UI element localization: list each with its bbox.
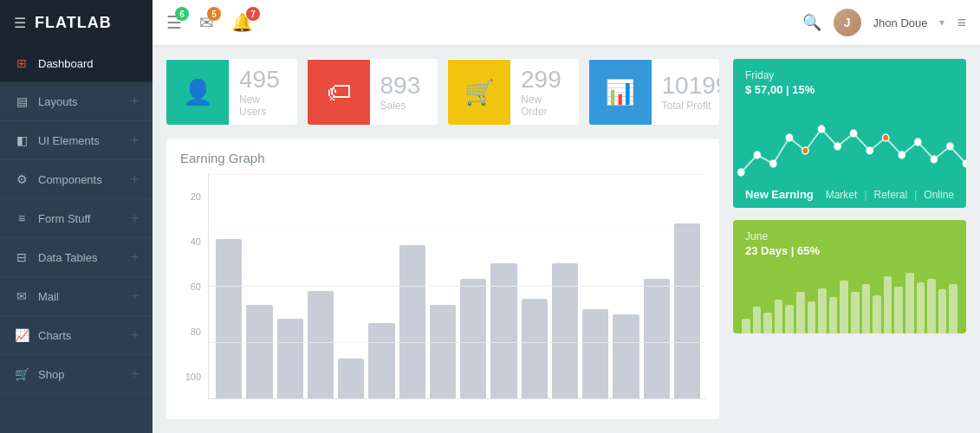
sidebar-header: ☰ FLATLAB [0, 0, 153, 45]
topbar-left: ☰ 6 ✉ 5 🔔 7 [166, 12, 253, 33]
bar-1 [246, 305, 272, 398]
sidebar-item-dashboard[interactable]: ⊞ Dashboard [0, 45, 153, 82]
sidebar-item-data-tables[interactable]: ⊟ Data Tables + [0, 238, 153, 277]
sidebar-plus-5[interactable]: + [131, 249, 139, 265]
stat-label-3: Total Profit [662, 100, 720, 112]
brand-name-part1: FLAT [35, 14, 77, 31]
svg-point-1 [754, 152, 760, 158]
online-link[interactable]: Online [924, 189, 954, 201]
sidebar-plus-7[interactable]: + [131, 327, 139, 343]
avatar: J [834, 9, 861, 36]
mini-bar-5 [796, 292, 805, 333]
mini-bar-4 [785, 305, 794, 333]
sidebar-label-0: Dashboard [38, 57, 94, 70]
svg-point-3 [786, 134, 792, 141]
sidebar-item-form-stuff[interactable]: ≡ Form Stuff + [0, 199, 153, 238]
sidebar-nav: ⊞ Dashboard ▤ Layouts + ◧ UI Elements + … [0, 45, 153, 433]
yaxis-label: 40 [180, 236, 201, 247]
mini-bar-16 [917, 282, 925, 334]
bar-9 [490, 263, 516, 398]
sidebar-plus-1[interactable]: + [131, 94, 139, 109]
content-area: 👤 495 New Users 🏷 893 Sales 🛒 299 New Or… [153, 45, 980, 433]
line-chart-svg [733, 103, 966, 181]
stat-card-new-order: 🛒 299 New Order [448, 59, 579, 125]
sidebar-icon-0: ⊞ [14, 56, 29, 70]
bar-0 [216, 239, 242, 398]
yaxis-label: 20 [180, 191, 201, 202]
sidebar-label-6: Mail [38, 290, 59, 303]
topbar-bell-icon-wrap[interactable]: 🔔 7 [231, 12, 253, 33]
sidebar-icon-8: 🛒 [14, 367, 29, 381]
mini-bar-1 [753, 307, 762, 333]
mini-bar-13 [884, 276, 892, 333]
topbar-menu-lines-icon-wrap[interactable]: ☰ 6 [166, 12, 182, 33]
yaxis-label: 60 [180, 281, 201, 292]
content-right: Friday $ 57,00 | 15% New Earning Market … [733, 59, 966, 419]
stat-info-0: 495 New Users [229, 59, 297, 125]
svg-point-14 [963, 160, 966, 167]
growth-panel: June 23 Days | 65% [733, 220, 966, 333]
bar-chart-inner [208, 174, 705, 399]
stat-info-1: 893 Sales [370, 65, 432, 119]
bar-2 [277, 319, 303, 398]
mini-bar-15 [905, 273, 914, 333]
stat-card-total-profit: 📊 10199 Total Profit [589, 59, 720, 125]
yaxis-label: 80 [180, 326, 201, 337]
svg-point-12 [931, 156, 937, 163]
mini-bar-3 [775, 300, 783, 333]
sidebar-label-5: Data Tables [38, 251, 97, 264]
stat-icon-1: 🏷 [308, 60, 370, 125]
sidebar-item-charts[interactable]: 📈 Charts + [0, 316, 153, 355]
market-link[interactable]: Market [826, 189, 858, 201]
earning-footer-links: Market | Referal | Online [826, 189, 954, 201]
topbar-right-menu-icon[interactable]: ≡ [957, 14, 966, 32]
sidebar-plus-3[interactable]: + [131, 171, 139, 187]
main-content: ☰ 6 ✉ 5 🔔 7 🔍 J Jhon Doue ▾ ≡ 👤 495 New … [153, 0, 980, 433]
svg-point-6 [834, 143, 840, 150]
sidebar-icon-6: ✉ [14, 289, 29, 303]
user-dropdown-icon[interactable]: ▾ [939, 16, 944, 29]
sidebar-plus-6[interactable]: + [131, 288, 139, 304]
bar-12 [582, 309, 608, 399]
mini-bar-8 [829, 297, 838, 333]
sidebar-item-components[interactable]: ⚙ Components + [0, 160, 153, 199]
stat-card-sales: 🏷 893 Sales [308, 59, 438, 125]
topbar-envelope-icon-wrap[interactable]: ✉ 5 [199, 12, 214, 33]
mini-bar-9 [840, 281, 848, 333]
sidebar-item-ui-elements[interactable]: ◧ UI Elements + [0, 121, 153, 160]
earning-graph-title: Earning Graph [180, 151, 705, 165]
sidebar-icon-2: ◧ [14, 133, 29, 147]
earning-panel: Friday $ 57,00 | 15% New Earning Market … [733, 59, 966, 208]
topbar-right: 🔍 J Jhon Doue ▾ ≡ [802, 9, 966, 36]
mini-bar-6 [808, 301, 816, 333]
search-icon[interactable]: 🔍 [802, 13, 821, 32]
sidebar: ☰ FLATLAB ⊞ Dashboard ▤ Layouts + ◧ UI E… [0, 0, 153, 433]
user-name[interactable]: Jhon Doue [873, 16, 928, 29]
sidebar-item-layouts[interactable]: ▤ Layouts + [0, 82, 153, 121]
svg-point-8 [866, 147, 873, 154]
stat-card-new-users: 👤 495 New Users [166, 59, 297, 125]
sidebar-plus-2[interactable]: + [131, 132, 139, 148]
sep1: | [864, 189, 866, 201]
sidebar-item-shop[interactable]: 🛒 Shop + [0, 355, 153, 394]
sidebar-label-4: Form Stuff [38, 212, 90, 225]
sidebar-plus-8[interactable]: + [131, 366, 139, 382]
referal-link[interactable]: Referal [874, 189, 908, 201]
earning-line-chart [733, 103, 966, 181]
stat-label-2: New Order [521, 94, 568, 118]
mini-bar-chart [733, 264, 966, 333]
sidebar-label-1: Layouts [38, 95, 78, 108]
sidebar-icon-3: ⚙ [14, 172, 29, 186]
sep2: | [914, 189, 917, 201]
sidebar-item-mail[interactable]: ✉ Mail + [0, 277, 153, 316]
sidebar-icon-1: ▤ [14, 94, 29, 108]
svg-point-13 [947, 143, 953, 150]
sidebar-plus-4[interactable]: + [131, 210, 139, 226]
bar-15 [674, 223, 700, 398]
hamburger-icon[interactable]: ☰ [14, 15, 26, 31]
sidebar-label-3: Components [38, 173, 102, 186]
yaxis-label: 100 [180, 372, 201, 382]
bar-7 [430, 305, 456, 398]
stat-info-3: 10199 Total Profit [652, 65, 720, 119]
stat-label-0: New Users [239, 94, 287, 118]
